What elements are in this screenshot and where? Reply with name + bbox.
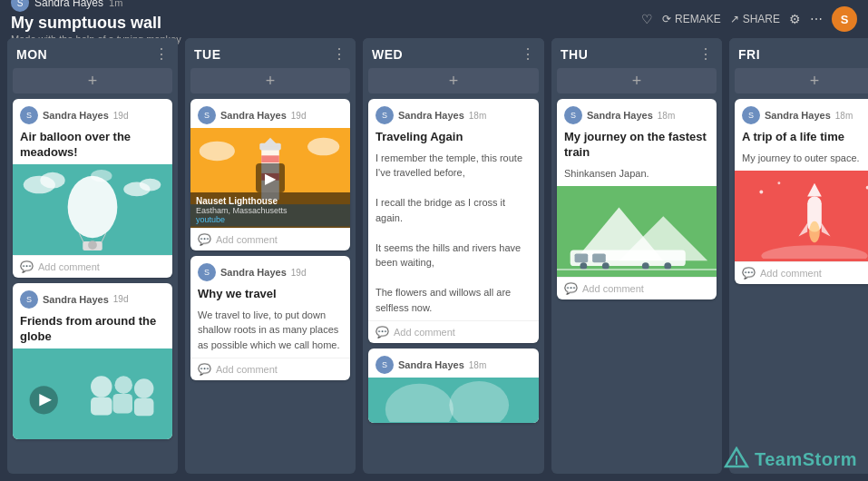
- kanban-board: MON ⋮ + S Sandra Hayes 19d Air balloon o…: [0, 38, 868, 481]
- svg-point-5: [68, 176, 118, 238]
- svg-point-12: [91, 376, 112, 397]
- settings-icon[interactable]: ⚙: [789, 12, 801, 26]
- svg-point-27: [449, 381, 509, 422]
- add-card-wed[interactable]: +: [368, 68, 539, 93]
- card-thu-1: S Sandra Hayes 18m My journey on the fas…: [557, 99, 717, 299]
- comment-icon: 💬: [198, 363, 211, 376]
- play-icon[interactable]: ▶: [256, 163, 285, 192]
- column-title-mon: MON: [16, 47, 47, 62]
- card-time: 19d: [113, 294, 129, 304]
- add-comment-btn[interactable]: 💬 Add comment: [735, 261, 868, 284]
- card-meta: S Sandra Hayes 19d: [13, 99, 172, 128]
- svg-point-1: [40, 172, 64, 189]
- card-tue-2: S Sandra Hayes 19d Why we travel We trav…: [190, 256, 350, 380]
- card-wed-2: S Sandra Hayes 18m: [368, 348, 539, 423]
- svg-rect-17: [134, 398, 154, 417]
- card-mon-1: S Sandra Hayes 19d Air balloon over the …: [13, 99, 172, 278]
- card-meta: S Sandra Hayes 19d: [190, 99, 350, 128]
- share-icon: ↗: [730, 13, 739, 25]
- column-menu-wed[interactable]: ⋮: [521, 45, 535, 63]
- column-menu-thu[interactable]: ⋮: [698, 45, 713, 63]
- comment-icon: 💬: [564, 282, 578, 295]
- avatar: S: [564, 106, 582, 124]
- add-card-mon[interactable]: +: [13, 68, 172, 93]
- card-tue-1: S Sandra Hayes 19d: [190, 99, 350, 250]
- card-body: My journey to outer space.: [735, 149, 868, 172]
- column-cards-mon: S Sandra Hayes 19d Air balloon over the …: [7, 99, 178, 474]
- card-meta: S Sandra Hayes 19d: [13, 283, 172, 312]
- comment-icon: 💬: [742, 267, 756, 280]
- user-avatar-small: S: [11, 0, 29, 12]
- column-title-thu: THU: [561, 47, 588, 62]
- add-comment-btn[interactable]: 💬 Add comment: [368, 320, 539, 343]
- card-author: Sandra Hayes: [43, 110, 109, 121]
- card-body: I remember the temple, this route I've t…: [368, 149, 539, 321]
- svg-point-44: [777, 182, 780, 184]
- add-comment-btn[interactable]: 💬 Add comment: [190, 228, 350, 250]
- card-meta: S Sandra Hayes 19d: [190, 256, 350, 285]
- remake-button[interactable]: ⟳ REMAKE: [662, 13, 721, 25]
- avatar: S: [742, 106, 760, 124]
- user-avatar-main[interactable]: S: [832, 6, 857, 32]
- avatar: S: [198, 106, 216, 124]
- column-mon: MON ⋮ + S Sandra Hayes 19d Air balloon o…: [7, 38, 178, 474]
- add-comment-btn[interactable]: 💬 Add comment: [557, 277, 717, 299]
- card-author: Sandra Hayes: [398, 359, 464, 370]
- svg-point-33: [580, 262, 587, 270]
- column-title-tue: TUE: [194, 47, 221, 62]
- column-cards-wed: S Sandra Hayes 18m Traveling Again I rem…: [363, 99, 544, 474]
- add-comment-btn[interactable]: 💬 Add comment: [190, 358, 350, 380]
- comment-icon: 💬: [198, 233, 211, 246]
- share-button[interactable]: ↗ SHARE: [730, 13, 780, 25]
- column-cards-thu: S Sandra Hayes 18m My journey on the fas…: [551, 99, 722, 474]
- column-menu-mon[interactable]: ⋮: [154, 45, 169, 63]
- add-comment-btn[interactable]: 💬 Add comment: [13, 255, 172, 278]
- add-card-fri[interactable]: +: [735, 68, 868, 93]
- card-author: Sandra Hayes: [220, 110, 287, 121]
- comment-icon: 💬: [375, 326, 389, 339]
- svg-point-35: [642, 262, 649, 270]
- teamstorm-branding: TeamStorm: [724, 447, 857, 472]
- card-time: 19d: [113, 111, 129, 121]
- column-header-mon: MON ⋮: [7, 38, 178, 68]
- svg-point-47: [761, 245, 867, 259]
- card-title: Why we travel: [190, 285, 350, 306]
- card-meta: S Sandra Hayes 18m: [368, 348, 539, 378]
- column-tue: TUE ⋮ + S Sandra Hayes 19d: [185, 38, 356, 474]
- card-title: Traveling Again: [368, 128, 539, 149]
- card-author: Sandra Hayes: [220, 267, 287, 278]
- svg-rect-21: [261, 156, 279, 163]
- topnav-actions: ♡ ⟳ REMAKE ↗ SHARE ⚙ ⋯ S: [641, 6, 857, 32]
- card-title: Air balloon over the meadows!: [13, 128, 172, 164]
- more-options-icon[interactable]: ⋯: [810, 12, 823, 26]
- card-author: Sandra Hayes: [587, 110, 653, 121]
- avatar: S: [20, 290, 38, 309]
- card-author: Sandra Hayes: [765, 110, 831, 121]
- post-time: 1m: [109, 0, 122, 8]
- yt-link: youtube: [196, 215, 345, 224]
- yt-title: Nauset Lighthouse: [196, 196, 345, 206]
- svg-point-26: [385, 384, 454, 422]
- card-meta: S Sandra Hayes 18m: [368, 99, 539, 128]
- card-image-wed2: [368, 378, 539, 423]
- add-card-thu[interactable]: +: [557, 68, 717, 93]
- add-card-tue[interactable]: +: [190, 68, 350, 93]
- column-title-wed: WED: [372, 47, 403, 62]
- favorite-icon[interactable]: ♡: [641, 12, 653, 26]
- svg-marker-39: [807, 183, 822, 197]
- card-meta: S Sandra Hayes 18m: [735, 99, 868, 128]
- card-time: 18m: [469, 360, 486, 370]
- svg-point-42: [809, 221, 820, 242]
- svg-point-13: [114, 376, 132, 394]
- card-fri-1: S Sandra Hayes 18m A trip of a life time…: [735, 99, 868, 284]
- svg-marker-40: [798, 223, 807, 237]
- column-cards-tue: S Sandra Hayes 19d: [185, 99, 356, 474]
- card-image-friends: [13, 348, 172, 439]
- svg-point-24: [307, 138, 339, 156]
- svg-point-43: [759, 191, 763, 194]
- svg-point-9: [88, 240, 97, 250]
- user-name: Sandra Hayes: [34, 0, 103, 9]
- card-image-train: [557, 186, 717, 277]
- column-menu-tue[interactable]: ⋮: [332, 45, 346, 63]
- card-time: 18m: [658, 111, 675, 121]
